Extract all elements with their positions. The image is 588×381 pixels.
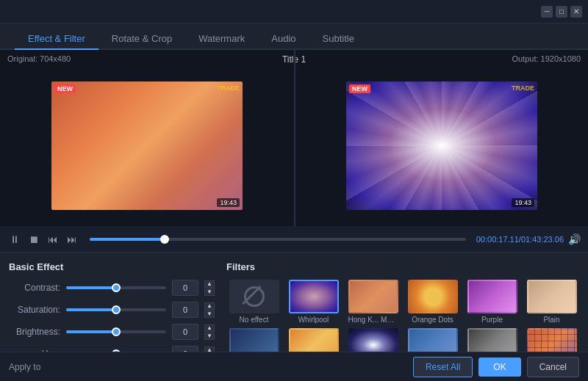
brightness-stepper[interactable]: ▲ ▼: [204, 324, 215, 340]
left-trade: TRADE: [217, 84, 240, 92]
contrast-slider[interactable]: [66, 286, 166, 289]
filter-thumb-hongkmovie: [348, 280, 398, 313]
progress-track[interactable]: [90, 238, 466, 241]
contrast-label: Contrast:: [9, 283, 60, 293]
stop-button[interactable]: ⏹: [26, 232, 41, 247]
filter-item-orangedots[interactable]: Orange Dots: [405, 280, 460, 324]
saturation-slider[interactable]: [66, 308, 166, 311]
reset-all-button[interactable]: Reset All: [413, 357, 473, 377]
minimize-button[interactable]: ─: [541, 6, 553, 18]
filter-item-plain[interactable]: Plain: [524, 280, 579, 324]
filter-name-plain: Plain: [543, 316, 559, 324]
filter-name-orangedots: Orange Dots: [412, 316, 453, 324]
volume-icon[interactable]: 🔊: [568, 233, 581, 245]
ok-button[interactable]: OK: [478, 358, 520, 377]
saturation-value: 0: [172, 302, 198, 318]
contrast-down[interactable]: ▼: [204, 289, 215, 296]
saturation-stepper[interactable]: ▲ ▼: [204, 302, 215, 318]
basic-effect-title: Basic Effect: [9, 261, 215, 272]
bottom-action-bar: Apply to Reset All OK Cancel: [0, 352, 588, 381]
prev-button[interactable]: ⏮: [46, 232, 60, 247]
tab-subtitle[interactable]: Subtitle: [309, 29, 368, 50]
saturation-down[interactable]: ▼: [204, 311, 215, 318]
brightness-label: Brightness:: [9, 327, 60, 337]
right-video-thumb: NEW TRADE 19:43: [346, 81, 537, 210]
output-label: Output: 1920x1080: [512, 54, 581, 63]
brightness-row: Brightness: 0 ▲ ▼: [9, 324, 215, 340]
filter-item-whirlpool[interactable]: Whirlpool: [286, 280, 341, 324]
contrast-row: Contrast: 0 ▲ ▼: [9, 280, 215, 296]
tab-audio[interactable]: Audio: [258, 29, 309, 50]
original-label: Original: 704x480: [7, 54, 71, 63]
tab-effect-filter[interactable]: Effect & Filter: [15, 29, 98, 50]
close-button[interactable]: ✕: [570, 6, 582, 18]
brightness-down[interactable]: ▼: [204, 333, 215, 340]
saturation-up[interactable]: ▲: [204, 302, 215, 310]
cancel-button[interactable]: Cancel: [527, 357, 579, 377]
preview-left: Original: 704x480 NEW TRADE 19:43: [0, 50, 294, 226]
tab-bar: Effect & Filter Rotate & Crop Watermark …: [0, 23, 588, 50]
time-display: 00:00:17.11/01:43:23.06: [476, 235, 564, 244]
left-time: 19:43: [217, 198, 240, 207]
pause-button[interactable]: ⏸: [7, 232, 22, 247]
preview-area: Original: 704x480 NEW TRADE 19:43 Title …: [0, 50, 588, 226]
next-button[interactable]: ⏭: [65, 232, 79, 247]
progress-fill: [90, 238, 165, 241]
contrast-up[interactable]: ▲: [204, 280, 215, 288]
filter-thumb-whirlpool: [289, 280, 339, 313]
playback-bar: ⏸ ⏹ ⏮ ⏭ 00:00:17.11/01:43:23.06 🔊: [0, 226, 588, 253]
left-badge: NEW: [54, 84, 76, 93]
saturation-row: Saturation: 0 ▲ ▼: [9, 302, 215, 318]
preview-right: Output: 1920x1080 NEW TRADE 19:43: [294, 50, 588, 226]
tab-rotate-crop[interactable]: Rotate & Crop: [98, 29, 185, 50]
left-video-thumb: NEW TRADE 19:43: [51, 81, 243, 210]
tab-watermark[interactable]: Watermark: [185, 29, 258, 50]
filter-name-hongkmovie: Hong K... Movie: [348, 316, 398, 324]
brightness-value: 0: [172, 324, 198, 340]
filter-name-whirlpool: Whirlpool: [298, 316, 329, 324]
contrast-stepper[interactable]: ▲ ▼: [204, 280, 215, 296]
right-trade: TRADE: [512, 84, 534, 92]
saturation-label: Saturation:: [9, 305, 60, 315]
maximize-button[interactable]: □: [556, 6, 567, 18]
filters-title: Filters: [226, 261, 579, 272]
title-bar: ─ □ ✕: [0, 0, 588, 23]
progress-thumb: [160, 235, 169, 244]
right-time: 19:43: [512, 198, 534, 207]
filter-name-purple: Purple: [481, 316, 503, 324]
filter-thumb-orangedots: [408, 280, 458, 313]
apply-to-label: Apply to: [9, 362, 40, 372]
filter-item-noeffect[interactable]: No effect: [226, 280, 282, 324]
contrast-value: 0: [172, 280, 198, 296]
filter-item-purple[interactable]: Purple: [465, 280, 520, 324]
filter-name-noeffect: No effect: [240, 316, 269, 324]
brightness-slider[interactable]: [66, 330, 166, 333]
filter-thumb-noeffect: [229, 280, 279, 313]
brightness-up[interactable]: ▲: [204, 324, 215, 332]
filter-thumb-purple: [467, 280, 517, 313]
right-badge: NEW: [349, 84, 370, 93]
filter-thumb-plain: [527, 280, 577, 313]
filter-item-hongkmovie[interactable]: Hong K... Movie: [345, 280, 401, 324]
